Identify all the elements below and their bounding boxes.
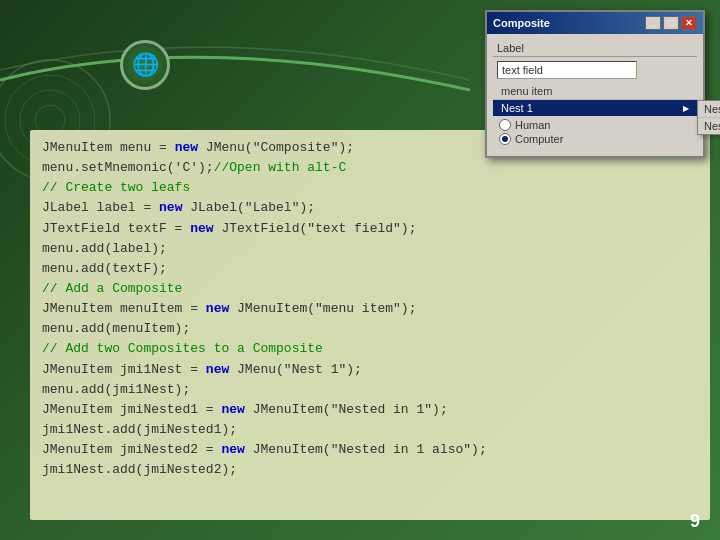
text-field-input[interactable]: [497, 61, 637, 79]
radio-computer-button[interactable]: [499, 133, 511, 145]
menu-item-row: menu item: [493, 83, 697, 100]
swing-window: Composite _ □ ✕ Label menu item: [485, 10, 705, 158]
window-body: Label menu item Nest 1 ▶ Nested in 1 Nes…: [487, 34, 703, 156]
window-title: Composite: [493, 17, 550, 29]
minimize-icon: _: [650, 18, 655, 28]
code-line-16: JMenuItem jmiNested2 = new JMenuItem("Ne…: [42, 440, 698, 460]
code-line-9: JMenuItem menuItem = new JMenuItem("menu…: [42, 299, 698, 319]
code-line-17: jmi1Nest.add(jmiNested2);: [42, 460, 698, 480]
radio-human-row: Human: [499, 119, 691, 131]
submenu-arrow-icon: ▶: [683, 104, 689, 113]
radio-area: Human Computer: [493, 116, 697, 150]
code-line-13: menu.add(jmi1Nest);: [42, 380, 698, 400]
nest1-container: Nest 1 ▶ Nested in 1 Nested in 1 also: [493, 100, 697, 116]
close-button[interactable]: ✕: [681, 16, 697, 30]
menu-item-label: menu item: [501, 85, 552, 97]
maximize-button[interactable]: □: [663, 16, 679, 30]
page-number: 9: [690, 511, 700, 532]
globe-icon: 🌐: [120, 40, 170, 90]
code-line-12: JMenuItem jmi1Nest = new JMenu("Nest 1")…: [42, 360, 698, 380]
code-line-8: // Add a Composite: [42, 279, 698, 299]
code-line-4: JLabel label = new JLabel("Label");: [42, 198, 698, 218]
submenu-item-2[interactable]: Nested in 1 also: [698, 118, 720, 134]
minimize-button[interactable]: _: [645, 16, 661, 30]
nest1-label: Nest 1: [501, 102, 533, 114]
close-icon: ✕: [685, 18, 693, 28]
code-line-10: menu.add(menuItem);: [42, 319, 698, 339]
window-controls: _ □ ✕: [645, 16, 697, 30]
code-line-14: JMenuItem jmiNested1 = new JMenuItem("Ne…: [42, 400, 698, 420]
code-line-15: jmi1Nest.add(jmiNested1);: [42, 420, 698, 440]
radio-human-label: Human: [515, 119, 550, 131]
code-line-5: JTextField textF = new JTextField("text …: [42, 219, 698, 239]
code-line-3: // Create two leafs: [42, 178, 698, 198]
code-line-7: menu.add(textF);: [42, 259, 698, 279]
code-line-11: // Add two Composites to a Composite: [42, 339, 698, 359]
code-area: JMenuItem menu = new JMenu("Composite");…: [30, 130, 710, 520]
textfield-row: [493, 59, 697, 81]
radio-human-button[interactable]: [499, 119, 511, 131]
submenu-item-1[interactable]: Nested in 1: [698, 101, 720, 118]
radio-computer-label: Computer: [515, 133, 563, 145]
label-text: Label: [497, 42, 524, 54]
radio-computer-row: Computer: [499, 133, 691, 145]
code-line-6: menu.add(label);: [42, 239, 698, 259]
submenu-popup: Nested in 1 Nested in 1 also: [697, 100, 720, 135]
maximize-icon: □: [668, 18, 673, 28]
label-row: Label: [493, 40, 697, 57]
code-line-2: menu.setMnemonic('C');//Open with alt-C: [42, 158, 698, 178]
titlebar: Composite _ □ ✕: [487, 12, 703, 34]
nest1-menu-item[interactable]: Nest 1 ▶: [493, 100, 697, 116]
radio-selected-dot: [502, 136, 508, 142]
